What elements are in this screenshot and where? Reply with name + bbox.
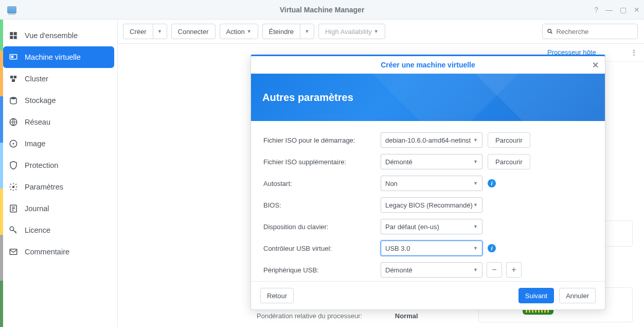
select-usb-device[interactable]: Démonté▼ [381,262,482,278]
disc-icon [8,140,19,148]
svg-point-20 [548,29,551,32]
label-autostart: Autostart: [263,180,381,187]
close-icon[interactable]: ✕ [592,60,599,70]
sidebar-item-protection[interactable]: Protection [0,154,117,176]
sidebar-item-feedback[interactable]: Commentaire [0,241,117,263]
next-button[interactable]: Suivant [518,288,554,303]
sidebar-item-log[interactable]: Journal [0,198,117,219]
action-label: Action [226,28,245,36]
create-dropdown[interactable]: ▼ [153,24,167,39]
sidebar-item-settings[interactable]: Paramètres [0,176,117,198]
ha-label: High Availability [325,28,372,36]
sidebar-item-label: Protection [25,161,58,169]
chevron-down-icon: ▼ [473,137,478,143]
close-icon[interactable]: ✕ [634,6,640,14]
browse-iso-extra[interactable]: Parcourir [488,154,530,169]
svg-line-21 [551,32,552,34]
svg-rect-0 [10,32,13,35]
shutdown-dropdown[interactable]: ▼ [300,24,314,39]
connect-button[interactable]: Connecter [171,24,216,39]
titlebar: Virtual Machine Manager ? — ▢ ✕ [0,0,644,20]
toolbar: Créer ▼ Connecter Action ▼ Éteindre ▼ Hi… [118,20,644,44]
help-icon[interactable]: ? [594,6,598,14]
label-usb-device: Périphérique USB: [263,266,381,274]
add-usb-button[interactable]: + [506,262,522,278]
cluster-icon [8,75,19,83]
sidebar-item-label: Journal [25,204,49,213]
key-icon [8,226,19,234]
search-box[interactable] [542,24,638,39]
left-edge-strip [0,20,3,327]
ha-button[interactable]: High Availability ▼ [318,24,385,39]
chevron-down-icon: ▼ [473,181,478,186]
maximize-icon[interactable]: ▢ [620,6,627,14]
row-usb-controller: Contrôleur USB virtuel: USB 3.0▼ i [263,240,593,256]
action-button[interactable]: Action ▼ [220,24,258,39]
modal-body: Fichier ISO pour le démarrage: debian-10… [251,121,605,281]
label-bios: BIOS: [263,201,381,209]
more-icon[interactable]: ⋮ [631,48,638,56]
cancel-button[interactable]: Annuler [559,288,596,303]
select-usb-controller[interactable]: USB 3.0▼ [381,240,482,256]
svg-rect-1 [14,32,17,35]
chevron-down-icon: ▼ [473,267,478,272]
svg-rect-5 [11,56,14,58]
select-keyboard[interactable]: Par défaut (en-us)▼ [381,219,482,234]
svg-rect-7 [14,76,16,78]
row-usb-device: Périphérique USB: Démonté▼ − + [263,262,593,278]
sidebar-item-label: Commentaire [25,248,69,256]
sidebar-item-storage[interactable]: Stockage [0,90,117,111]
chevron-down-icon: ▼ [473,246,478,251]
sidebar: Vue d'ensemble Machine virtuelle Cluster… [0,20,118,327]
select-bios[interactable]: Legacy BIOS (Recommandé)▼ [381,197,482,213]
sidebar-item-overview[interactable]: Vue d'ensemble [0,25,117,46]
sidebar-item-label: Licence [25,226,50,234]
chevron-down-icon: ▼ [157,29,162,34]
modal-banner: Autres paramètres [251,74,605,121]
svg-rect-3 [14,36,17,39]
sidebar-item-label: Stockage [25,96,56,105]
create-button[interactable]: Créer [123,24,153,39]
shutdown-button[interactable]: Éteindre [262,24,300,39]
modal-title: Créer une machine virtuelle ✕ [251,56,605,74]
row-keyboard: Disposition du clavier: Par défaut (en-u… [263,219,593,234]
dashboard-icon [8,31,19,40]
remove-usb-button[interactable]: − [487,262,502,278]
sidebar-item-label: Vue d'ensemble [25,31,78,40]
window-title: Virtual Machine Manager [0,6,644,14]
chevron-down-icon: ▼ [473,159,478,164]
chevron-down-icon: ▼ [247,29,252,34]
svg-point-13 [12,186,15,188]
row-bios: BIOS: Legacy BIOS (Recommandé)▼ [263,197,593,213]
sidebar-item-network[interactable]: Réseau [0,111,117,133]
label-keyboard: Disposition du clavier: [263,223,381,231]
select-autostart[interactable]: Non▼ [381,176,482,191]
info-icon[interactable]: i [488,179,496,187]
label-usb-controller: Contrôleur USB virtuel: [263,245,381,252]
content-area: Créer ▼ Connecter Action ▼ Éteindre ▼ Hi… [118,20,644,327]
sidebar-item-label: Machine virtuelle [25,53,81,61]
chevron-down-icon: ▼ [473,224,478,229]
sidebar-item-label: Image [25,140,45,148]
chevron-down-icon: ▼ [374,29,379,34]
sidebar-item-label: Paramètres [25,183,63,191]
select-iso-boot[interactable]: debian-10.6.0-amd64-netinst▼ [381,132,482,148]
sidebar-item-label: Réseau [25,118,50,126]
svg-rect-8 [12,79,15,82]
modal-footer: Retour Suivant Annuler [251,281,605,309]
sidebar-item-image[interactable]: Image [0,133,117,154]
search-input[interactable] [556,28,633,36]
info-icon[interactable]: i [488,244,496,252]
sidebar-item-cluster[interactable]: Cluster [0,68,117,90]
browse-iso-boot[interactable]: Parcourir [488,132,530,148]
sidebar-item-vm[interactable]: Machine virtuelle [3,46,114,68]
network-icon [8,118,19,126]
minimize-icon[interactable]: — [605,6,613,14]
window-controls: ? — ▢ ✕ [594,0,640,20]
back-button[interactable]: Retour [260,288,294,303]
select-iso-extra[interactable]: Démonté▼ [381,154,482,169]
sidebar-item-license[interactable]: Licence [0,219,117,241]
svg-rect-6 [10,76,13,78]
mail-icon [8,248,19,256]
modal-heading: Autres paramètres [262,92,353,104]
